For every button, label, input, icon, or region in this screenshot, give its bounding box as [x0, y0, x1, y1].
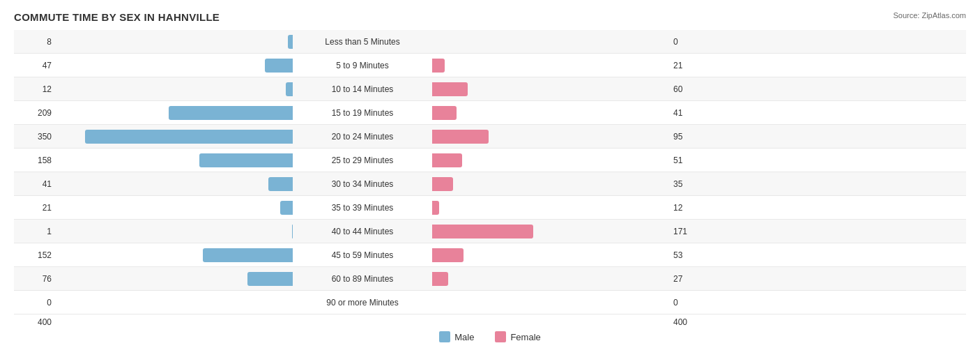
right-value: 21 [669, 61, 711, 70]
right-value: 95 [669, 132, 711, 142]
left-value: 0 [14, 298, 56, 308]
right-bar-area [432, 248, 669, 262]
female-bar [432, 272, 448, 286]
right-value: 0 [669, 37, 711, 47]
left-bar-area [56, 248, 293, 262]
female-bar [432, 177, 453, 191]
female-label: Female [510, 332, 540, 342]
row-label: 60 to 89 Minutes [293, 274, 432, 284]
male-bar [199, 153, 293, 167]
x-label-left: 400 [14, 317, 56, 327]
table-row: 0 90 or more Minutes 0 [14, 291, 966, 314]
right-value: 27 [669, 274, 711, 284]
right-value: 35 [669, 179, 711, 189]
row-label: 30 to 34 Minutes [293, 179, 432, 189]
female-color-box [495, 331, 506, 342]
left-value: 152 [14, 250, 56, 260]
right-value: 51 [669, 156, 711, 165]
left-bar-area [56, 225, 293, 238]
source-text: Source: ZipAtlas.com [893, 11, 966, 20]
right-bar-area [432, 201, 669, 215]
table-row: 1 40 to 44 Minutes 171 [14, 220, 966, 243]
male-label: Male [454, 332, 474, 342]
row-label: 90 or more Minutes [293, 298, 432, 308]
left-value: 41 [14, 179, 56, 189]
table-row: 8 Less than 5 Minutes 0 [14, 30, 966, 54]
right-bar-area [432, 272, 669, 286]
left-bar-area [56, 35, 293, 49]
right-bar-area [432, 106, 669, 120]
left-bar-area [56, 130, 293, 144]
right-bar-area [432, 177, 669, 191]
table-row: 47 5 to 9 Minutes 21 [14, 54, 966, 77]
table-row: 158 25 to 29 Minutes 51 [14, 149, 966, 172]
left-bar-area [56, 106, 293, 120]
male-bar [280, 201, 293, 215]
female-bar [432, 59, 445, 73]
male-bar [247, 272, 293, 286]
male-bar [169, 106, 293, 120]
left-value: 209 [14, 108, 56, 118]
row-label: 35 to 39 Minutes [293, 203, 432, 213]
legend-female: Female [495, 331, 540, 342]
female-bar [432, 201, 439, 215]
right-bar-area [432, 225, 669, 238]
left-value: 47 [14, 61, 56, 70]
chart-container: COMMUTE TIME BY SEX IN HAHNVILLE Source:… [0, 0, 980, 364]
male-bar [85, 130, 293, 144]
right-value: 60 [669, 84, 711, 94]
male-bar [288, 35, 293, 49]
x-axis: 400 400 [14, 317, 966, 327]
male-bar [286, 82, 293, 96]
row-label: 10 to 14 Minutes [293, 84, 432, 94]
table-row: 21 35 to 39 Minutes 12 [14, 196, 966, 220]
right-value: 12 [669, 203, 711, 213]
left-bar-area [56, 59, 293, 73]
right-value: 53 [669, 250, 711, 260]
table-row: 350 20 to 24 Minutes 95 [14, 125, 966, 149]
male-color-box [439, 331, 450, 342]
female-bar [432, 130, 489, 144]
table-row: 76 60 to 89 Minutes 27 [14, 267, 966, 291]
female-bar [432, 82, 468, 96]
right-bar-area [432, 153, 669, 167]
right-value: 0 [669, 298, 711, 308]
legend: Male Female [14, 331, 966, 342]
male-bar [265, 59, 293, 73]
left-bar-area [56, 177, 293, 191]
left-value: 8 [14, 37, 56, 47]
row-label: 15 to 19 Minutes [293, 108, 432, 118]
table-row: 12 10 to 14 Minutes 60 [14, 77, 966, 101]
row-label: 20 to 24 Minutes [293, 132, 432, 142]
x-label-right: 400 [669, 317, 687, 327]
right-bar-area [432, 59, 669, 73]
female-bar [432, 153, 462, 167]
legend-male: Male [439, 331, 474, 342]
right-bar-area [432, 130, 669, 144]
left-value: 1 [14, 227, 56, 236]
table-row: 152 45 to 59 Minutes 53 [14, 243, 966, 267]
right-bar-area [432, 35, 669, 49]
right-value: 171 [669, 227, 711, 236]
table-row: 41 30 to 34 Minutes 35 [14, 172, 966, 196]
right-bar-area [432, 82, 669, 96]
right-value: 41 [669, 108, 711, 118]
row-label: 5 to 9 Minutes [293, 61, 432, 70]
table-row: 209 15 to 19 Minutes 41 [14, 101, 966, 125]
left-bar-area [56, 153, 293, 167]
rows-area: 8 Less than 5 Minutes 0 47 5 to 9 Minute… [14, 30, 966, 314]
right-bar-area [432, 296, 669, 310]
left-value: 158 [14, 156, 56, 165]
male-bar [268, 177, 293, 191]
left-value: 350 [14, 132, 56, 142]
female-bar [432, 225, 533, 238]
row-label: 45 to 59 Minutes [293, 250, 432, 260]
left-value: 12 [14, 84, 56, 94]
left-value: 21 [14, 203, 56, 213]
row-label: 25 to 29 Minutes [293, 156, 432, 165]
left-bar-area [56, 201, 293, 215]
female-bar [432, 106, 457, 120]
left-bar-area [56, 296, 293, 310]
male-bar [203, 248, 293, 262]
row-label: 40 to 44 Minutes [293, 227, 432, 236]
